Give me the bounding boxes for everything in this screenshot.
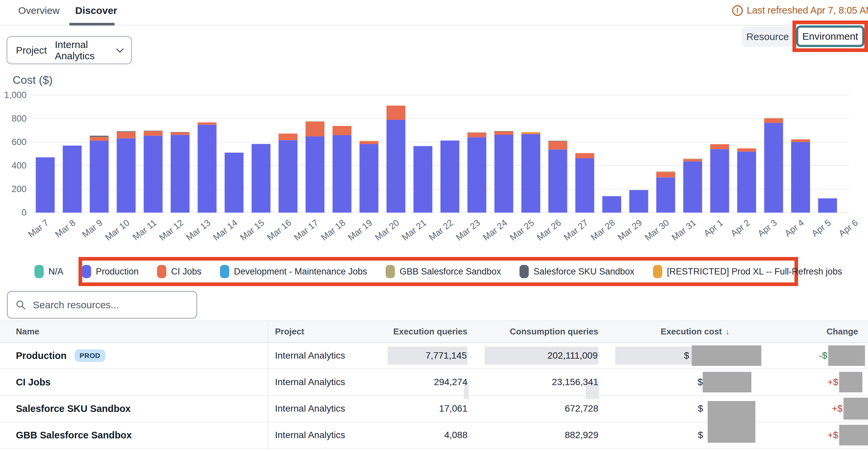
highlighted-value: 7,771,145 [388,347,467,364]
last-refreshed-text: Last refreshed Apr 7, 8:05 AM PD [747,5,868,16]
legend-item-restricted-prod-xl[interactable]: [RESTRICTED] Prod XL -- Full-Refresh job… [653,265,842,278]
resource-name: Production [16,350,67,361]
column-header-execution-cost[interactable]: Execution cost ↓ [598,326,761,337]
tab-overview[interactable]: Overview [18,5,60,16]
resource-project: Internal Analytics [268,403,388,414]
development-swatch-icon [220,265,229,278]
svg-text:Mar 25: Mar 25 [508,218,536,243]
table-row-ci-jobs[interactable]: CI Jobs Internal Analytics 294,274 23,15… [0,369,868,396]
svg-text:Mar 9: Mar 9 [80,218,104,239]
svg-text:Mar 24: Mar 24 [481,218,509,243]
environment-toggle-button[interactable]: Environment [798,27,863,45]
change-prefix-positive: +$ [828,430,838,441]
svg-text:Apr 3: Apr 3 [756,218,779,238]
cost-currency-prefix: $ [698,403,703,414]
svg-text:Mar 12: Mar 12 [157,218,186,243]
legend-item-ci-jobs[interactable]: CI Jobs [157,265,202,278]
na-swatch-icon [34,265,44,278]
table-row-production[interactable]: Production PROD Internal Analytics 7,771… [0,343,868,369]
change-prefix-positive: +$ [832,403,842,414]
svg-text:Apr 1: Apr 1 [702,218,725,238]
redacted-cost-value [692,345,761,366]
legend-item-development-maintenance-jobs[interactable]: Development - Maintenance Jobs [220,265,367,278]
svg-text:Mar 10: Mar 10 [103,218,131,243]
svg-text:Mar 28: Mar 28 [589,218,617,243]
redacted-change-value [843,398,868,420]
svg-text:Mar 17: Mar 17 [292,218,320,243]
cost-stacked-bar-chart[interactable]: 02004006008001,000Mar 7Mar 8Mar 9Mar 10M… [0,83,868,252]
redacted-change-value [839,425,868,445]
column-header-change[interactable]: Change [761,326,868,337]
svg-text:Mar 22: Mar 22 [427,218,455,243]
sku-sandbox-swatch-icon [520,265,529,278]
svg-text:Mar 18: Mar 18 [319,218,347,243]
svg-text:600: 600 [11,137,27,147]
svg-text:Mar 11: Mar 11 [131,218,158,242]
legend-label: N/A [49,266,63,277]
svg-text:Mar 14: Mar 14 [211,218,240,243]
annotation-box-environment: Environment [793,21,868,52]
svg-text:Mar 15: Mar 15 [238,218,266,243]
execution-queries-value: 17,061 [439,403,467,414]
project-filter-value: Internal Analytics [55,39,107,62]
svg-text:Mar 16: Mar 16 [265,218,293,243]
column-header-consumption-queries[interactable]: Consumption queries [469,326,598,337]
execution-queries-value: 7,771,145 [425,350,467,361]
legend-item-gbb-salesforce-sandbox[interactable]: GBB Salesforce Sandbox [385,265,501,278]
legend-label: CI Jobs [171,266,202,277]
svg-text:Mar 7: Mar 7 [26,218,50,239]
tab-bar: Overview Discover ! Last refreshed Apr 7… [0,0,868,26]
annotation-box-legend: N/A Production CI Jobs Development - Mai… [79,257,798,286]
execution-queries-value: 294,274 [434,377,467,387]
svg-text:Mar 20: Mar 20 [373,218,401,243]
svg-text:200: 200 [11,184,27,194]
consumption-queries-value: 202,111,009 [547,350,598,361]
svg-text:0: 0 [22,207,27,218]
table-header-row: Name Project Execution queries Consumpti… [0,321,868,343]
svg-text:Mar 19: Mar 19 [346,218,374,243]
cost-currency-prefix: $ [684,350,689,361]
chart-legend: N/A Production CI Jobs Development - Mai… [34,265,842,278]
legend-item-salesforce-sku-sandbox[interactable]: Salesforce SKU Sandbox [520,265,634,278]
svg-text:1,000: 1,000 [4,90,27,100]
tab-discover[interactable]: Discover [75,5,117,16]
column-header-name[interactable]: Name [0,326,268,337]
production-swatch-icon [82,265,91,278]
restricted-prod-xl-swatch-icon [653,265,662,278]
column-header-project[interactable]: Project [268,326,388,337]
svg-text:Apr 6: Apr 6 [837,218,860,238]
svg-text:Apr 5: Apr 5 [810,218,833,238]
legend-label: Production [96,266,138,277]
svg-text:Mar 21: Mar 21 [400,218,428,243]
column-header-execution-queries[interactable]: Execution queries [388,326,469,337]
active-tab-indicator [69,23,115,26]
change-prefix-positive: +$ [828,377,838,387]
project-filter-dropdown[interactable]: Project Internal Analytics [7,36,132,64]
resource-toggle-button[interactable]: Resource [742,27,794,47]
svg-text:Mar 27: Mar 27 [562,218,590,243]
svg-text:Mar 29: Mar 29 [616,218,644,243]
redacted-cost-block [708,401,755,443]
legend-label: [RESTRICTED] Prod XL -- Full-Refresh job… [667,266,842,277]
resource-name: Salesforce SKU Sandbox [16,403,131,414]
legend-item-production[interactable]: Production [82,265,138,278]
svg-text:Mar 30: Mar 30 [643,218,671,243]
consumption-queries-value: 882,929 [565,430,598,441]
search-icon [16,300,26,310]
svg-text:Apr 4: Apr 4 [783,218,806,238]
consumption-queries-value: 672,728 [565,403,598,414]
legend-item-na[interactable]: N/A [34,265,63,278]
legend-label: GBB Salesforce Sandbox [400,266,501,277]
resource-project: Internal Analytics [268,350,388,361]
search-resources-input[interactable] [26,292,196,318]
highlighted-value: 202,111,009 [485,347,598,364]
svg-text:400: 400 [11,161,27,170]
sort-descending-icon: ↓ [725,326,730,337]
gbb-sandbox-swatch-icon [385,265,395,278]
redacted-change-value [828,345,865,366]
resource-project: Internal Analytics [268,377,388,387]
resource-name: GBB Salesforce Sandbox [16,430,132,441]
prod-badge: PROD [74,349,105,362]
highlighted-value: $ [615,347,692,364]
svg-text:Mar 13: Mar 13 [184,218,212,243]
